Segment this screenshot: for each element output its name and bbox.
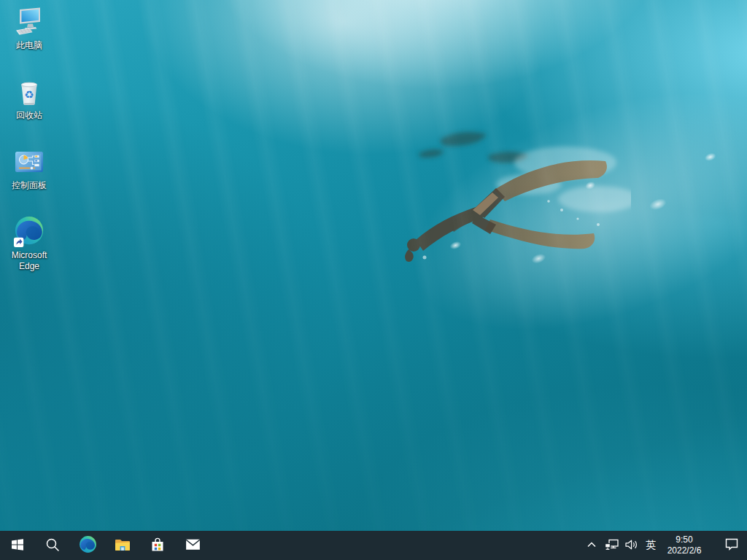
windows-logo-icon xyxy=(11,538,24,553)
speaker-icon xyxy=(624,539,638,553)
network-ethernet-icon xyxy=(604,538,619,553)
tray-volume-button[interactable] xyxy=(622,531,640,560)
control-panel-icon xyxy=(13,146,45,178)
taskbar-store-button[interactable] xyxy=(140,531,175,560)
taskbar-mail-button[interactable] xyxy=(175,531,210,560)
start-button[interactable] xyxy=(0,531,35,560)
windows-desktop: 此电脑 ♻ 回收站 xyxy=(0,0,747,560)
folder-icon xyxy=(114,536,131,556)
tray-language-button[interactable]: 英 xyxy=(640,531,661,560)
action-center-button[interactable] xyxy=(716,531,747,560)
desktop-icon-label: Microsoft Edge xyxy=(1,250,57,272)
edge-logo-icon xyxy=(13,216,45,248)
sunlight-glow xyxy=(123,0,564,180)
clock-date: 2022/2/6 xyxy=(667,545,702,556)
edge-logo-icon xyxy=(79,535,97,556)
tray-clock-button[interactable]: 9:50 2022/2/6 xyxy=(661,531,708,560)
desktop-icon-this-pc[interactable]: 此电脑 xyxy=(1,6,58,51)
desktop-icon-recycle-bin[interactable]: ♻ 回收站 xyxy=(1,76,58,121)
recycle-bin-icon: ♻ xyxy=(13,76,45,108)
svg-text:♻: ♻ xyxy=(24,88,34,101)
search-icon xyxy=(45,537,60,554)
taskbar-edge-button[interactable] xyxy=(70,531,105,560)
taskbar-file-explorer-button[interactable] xyxy=(105,531,140,560)
desktop-icon-label: 控制面板 xyxy=(12,180,47,191)
envelope-icon xyxy=(184,535,202,556)
search-button[interactable] xyxy=(35,531,70,560)
store-bag-icon xyxy=(149,536,166,556)
water-sparkles xyxy=(382,46,747,378)
system-tray: 英 9:50 2022/2/6 xyxy=(582,531,747,560)
notification-bubble-icon xyxy=(724,537,739,553)
desktop-wallpaper xyxy=(0,0,747,531)
freediver-illustration xyxy=(379,115,631,290)
tray-network-button[interactable] xyxy=(601,531,622,560)
taskbar: 英 9:50 2022/2/6 xyxy=(0,531,747,560)
desktop-icon-control-panel[interactable]: 控制面板 xyxy=(1,146,58,191)
this-pc-icon xyxy=(13,6,45,38)
desktop-icon-label: 回收站 xyxy=(16,110,42,121)
clock-time: 9:50 xyxy=(676,534,692,545)
desktop-icon-microsoft-edge[interactable]: Microsoft Edge xyxy=(1,216,58,272)
tray-hidden-icons-button[interactable] xyxy=(582,531,601,560)
chevron-up-icon xyxy=(586,539,597,553)
desktop-icon-label: 此电脑 xyxy=(16,40,42,51)
